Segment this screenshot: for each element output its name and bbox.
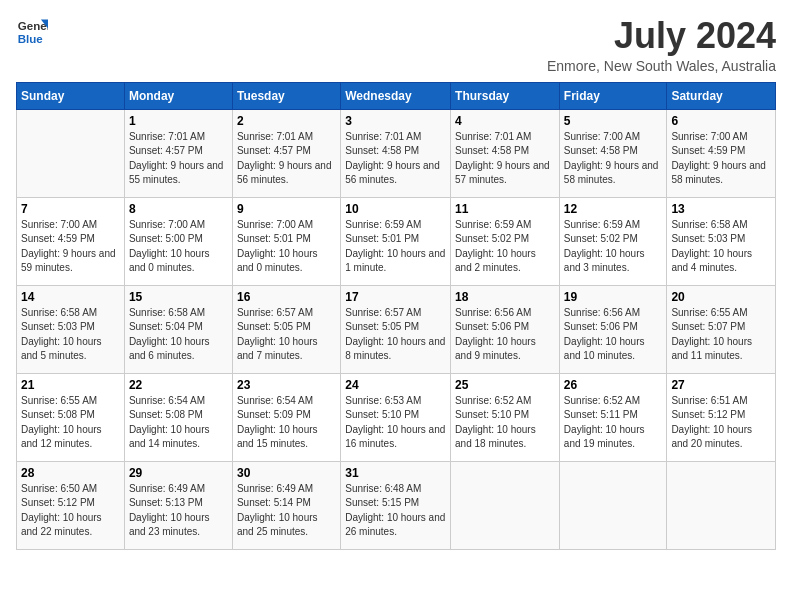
day-info: Sunrise: 6:59 AMSunset: 5:02 PMDaylight:… bbox=[564, 218, 663, 276]
calendar-cell: 21Sunrise: 6:55 AMSunset: 5:08 PMDayligh… bbox=[17, 373, 125, 461]
calendar-cell: 28Sunrise: 6:50 AMSunset: 5:12 PMDayligh… bbox=[17, 461, 125, 549]
calendar-cell: 26Sunrise: 6:52 AMSunset: 5:11 PMDayligh… bbox=[559, 373, 667, 461]
day-number: 26 bbox=[564, 378, 663, 392]
calendar-header-row: SundayMondayTuesdayWednesdayThursdayFrid… bbox=[17, 82, 776, 109]
day-info: Sunrise: 7:00 AMSunset: 5:01 PMDaylight:… bbox=[237, 218, 336, 276]
day-number: 8 bbox=[129, 202, 228, 216]
calendar-cell bbox=[451, 461, 560, 549]
col-header-wednesday: Wednesday bbox=[341, 82, 451, 109]
col-header-friday: Friday bbox=[559, 82, 667, 109]
logo: General Blue bbox=[16, 16, 48, 48]
day-info: Sunrise: 6:57 AMSunset: 5:05 PMDaylight:… bbox=[345, 306, 446, 364]
calendar-cell: 6Sunrise: 7:00 AMSunset: 4:59 PMDaylight… bbox=[667, 109, 776, 197]
calendar-cell: 13Sunrise: 6:58 AMSunset: 5:03 PMDayligh… bbox=[667, 197, 776, 285]
day-number: 12 bbox=[564, 202, 663, 216]
calendar-cell: 17Sunrise: 6:57 AMSunset: 5:05 PMDayligh… bbox=[341, 285, 451, 373]
day-info: Sunrise: 6:53 AMSunset: 5:10 PMDaylight:… bbox=[345, 394, 446, 452]
day-number: 11 bbox=[455, 202, 555, 216]
title-block: July 2024 Enmore, New South Wales, Austr… bbox=[547, 16, 776, 74]
col-header-monday: Monday bbox=[124, 82, 232, 109]
day-number: 24 bbox=[345, 378, 446, 392]
calendar-cell bbox=[667, 461, 776, 549]
svg-text:Blue: Blue bbox=[18, 33, 44, 45]
calendar-cell: 14Sunrise: 6:58 AMSunset: 5:03 PMDayligh… bbox=[17, 285, 125, 373]
day-info: Sunrise: 6:57 AMSunset: 5:05 PMDaylight:… bbox=[237, 306, 336, 364]
day-number: 29 bbox=[129, 466, 228, 480]
calendar-cell bbox=[17, 109, 125, 197]
day-info: Sunrise: 7:00 AMSunset: 4:58 PMDaylight:… bbox=[564, 130, 663, 188]
calendar-cell: 24Sunrise: 6:53 AMSunset: 5:10 PMDayligh… bbox=[341, 373, 451, 461]
calendar-cell: 15Sunrise: 6:58 AMSunset: 5:04 PMDayligh… bbox=[124, 285, 232, 373]
day-number: 22 bbox=[129, 378, 228, 392]
calendar-cell: 10Sunrise: 6:59 AMSunset: 5:01 PMDayligh… bbox=[341, 197, 451, 285]
col-header-sunday: Sunday bbox=[17, 82, 125, 109]
day-info: Sunrise: 7:00 AMSunset: 4:59 PMDaylight:… bbox=[21, 218, 120, 276]
logo-icon: General Blue bbox=[16, 16, 48, 48]
col-header-thursday: Thursday bbox=[451, 82, 560, 109]
page-header: General Blue July 2024 Enmore, New South… bbox=[16, 16, 776, 74]
location-subtitle: Enmore, New South Wales, Australia bbox=[547, 58, 776, 74]
day-info: Sunrise: 6:52 AMSunset: 5:10 PMDaylight:… bbox=[455, 394, 555, 452]
day-info: Sunrise: 6:51 AMSunset: 5:12 PMDaylight:… bbox=[671, 394, 771, 452]
calendar-week-3: 14Sunrise: 6:58 AMSunset: 5:03 PMDayligh… bbox=[17, 285, 776, 373]
calendar-cell: 3Sunrise: 7:01 AMSunset: 4:58 PMDaylight… bbox=[341, 109, 451, 197]
calendar-cell: 12Sunrise: 6:59 AMSunset: 5:02 PMDayligh… bbox=[559, 197, 667, 285]
day-info: Sunrise: 6:56 AMSunset: 5:06 PMDaylight:… bbox=[564, 306, 663, 364]
day-info: Sunrise: 6:52 AMSunset: 5:11 PMDaylight:… bbox=[564, 394, 663, 452]
day-number: 31 bbox=[345, 466, 446, 480]
day-info: Sunrise: 7:01 AMSunset: 4:58 PMDaylight:… bbox=[345, 130, 446, 188]
day-number: 5 bbox=[564, 114, 663, 128]
day-info: Sunrise: 6:54 AMSunset: 5:09 PMDaylight:… bbox=[237, 394, 336, 452]
day-info: Sunrise: 6:56 AMSunset: 5:06 PMDaylight:… bbox=[455, 306, 555, 364]
calendar-cell: 7Sunrise: 7:00 AMSunset: 4:59 PMDaylight… bbox=[17, 197, 125, 285]
day-number: 30 bbox=[237, 466, 336, 480]
calendar-cell: 18Sunrise: 6:56 AMSunset: 5:06 PMDayligh… bbox=[451, 285, 560, 373]
col-header-saturday: Saturday bbox=[667, 82, 776, 109]
calendar-cell: 31Sunrise: 6:48 AMSunset: 5:15 PMDayligh… bbox=[341, 461, 451, 549]
day-info: Sunrise: 6:59 AMSunset: 5:02 PMDaylight:… bbox=[455, 218, 555, 276]
day-number: 16 bbox=[237, 290, 336, 304]
day-info: Sunrise: 6:49 AMSunset: 5:13 PMDaylight:… bbox=[129, 482, 228, 540]
calendar-cell bbox=[559, 461, 667, 549]
day-number: 10 bbox=[345, 202, 446, 216]
day-info: Sunrise: 6:48 AMSunset: 5:15 PMDaylight:… bbox=[345, 482, 446, 540]
day-number: 1 bbox=[129, 114, 228, 128]
day-number: 4 bbox=[455, 114, 555, 128]
calendar-cell: 8Sunrise: 7:00 AMSunset: 5:00 PMDaylight… bbox=[124, 197, 232, 285]
calendar-cell: 1Sunrise: 7:01 AMSunset: 4:57 PMDaylight… bbox=[124, 109, 232, 197]
day-number: 20 bbox=[671, 290, 771, 304]
day-number: 21 bbox=[21, 378, 120, 392]
day-info: Sunrise: 6:49 AMSunset: 5:14 PMDaylight:… bbox=[237, 482, 336, 540]
day-number: 18 bbox=[455, 290, 555, 304]
calendar-cell: 4Sunrise: 7:01 AMSunset: 4:58 PMDaylight… bbox=[451, 109, 560, 197]
day-number: 7 bbox=[21, 202, 120, 216]
col-header-tuesday: Tuesday bbox=[232, 82, 340, 109]
calendar-week-2: 7Sunrise: 7:00 AMSunset: 4:59 PMDaylight… bbox=[17, 197, 776, 285]
calendar-cell: 29Sunrise: 6:49 AMSunset: 5:13 PMDayligh… bbox=[124, 461, 232, 549]
day-info: Sunrise: 6:55 AMSunset: 5:08 PMDaylight:… bbox=[21, 394, 120, 452]
calendar-week-4: 21Sunrise: 6:55 AMSunset: 5:08 PMDayligh… bbox=[17, 373, 776, 461]
day-info: Sunrise: 6:55 AMSunset: 5:07 PMDaylight:… bbox=[671, 306, 771, 364]
calendar-week-1: 1Sunrise: 7:01 AMSunset: 4:57 PMDaylight… bbox=[17, 109, 776, 197]
day-info: Sunrise: 7:01 AMSunset: 4:57 PMDaylight:… bbox=[237, 130, 336, 188]
calendar-cell: 9Sunrise: 7:00 AMSunset: 5:01 PMDaylight… bbox=[232, 197, 340, 285]
calendar-table: SundayMondayTuesdayWednesdayThursdayFrid… bbox=[16, 82, 776, 550]
month-year-title: July 2024 bbox=[547, 16, 776, 56]
calendar-cell: 20Sunrise: 6:55 AMSunset: 5:07 PMDayligh… bbox=[667, 285, 776, 373]
day-info: Sunrise: 6:58 AMSunset: 5:03 PMDaylight:… bbox=[671, 218, 771, 276]
day-number: 27 bbox=[671, 378, 771, 392]
day-number: 6 bbox=[671, 114, 771, 128]
calendar-cell: 23Sunrise: 6:54 AMSunset: 5:09 PMDayligh… bbox=[232, 373, 340, 461]
day-number: 23 bbox=[237, 378, 336, 392]
day-number: 9 bbox=[237, 202, 336, 216]
calendar-cell: 19Sunrise: 6:56 AMSunset: 5:06 PMDayligh… bbox=[559, 285, 667, 373]
day-info: Sunrise: 6:58 AMSunset: 5:03 PMDaylight:… bbox=[21, 306, 120, 364]
calendar-cell: 5Sunrise: 7:00 AMSunset: 4:58 PMDaylight… bbox=[559, 109, 667, 197]
day-number: 25 bbox=[455, 378, 555, 392]
day-number: 3 bbox=[345, 114, 446, 128]
day-number: 14 bbox=[21, 290, 120, 304]
day-info: Sunrise: 7:01 AMSunset: 4:58 PMDaylight:… bbox=[455, 130, 555, 188]
calendar-cell: 25Sunrise: 6:52 AMSunset: 5:10 PMDayligh… bbox=[451, 373, 560, 461]
day-info: Sunrise: 6:54 AMSunset: 5:08 PMDaylight:… bbox=[129, 394, 228, 452]
day-number: 2 bbox=[237, 114, 336, 128]
